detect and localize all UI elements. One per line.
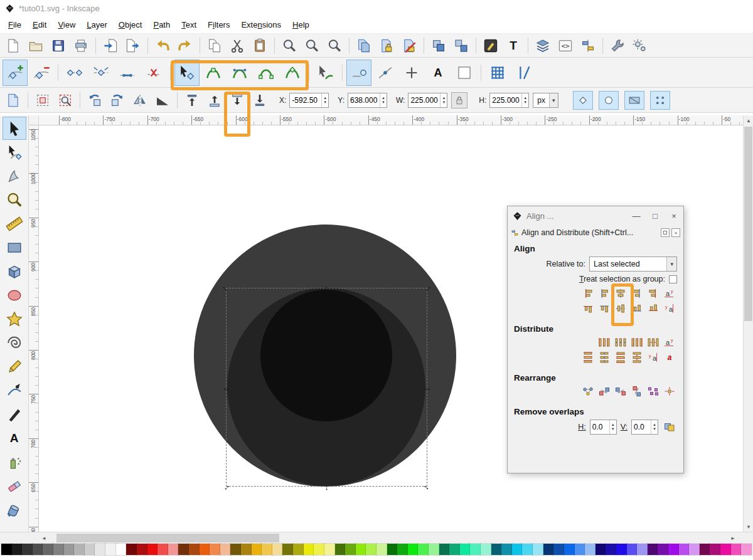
scroll-down-arrow[interactable]: ▼ — [744, 522, 753, 532]
document-properties-button[interactable] — [607, 36, 628, 56]
rotate-ccw-button[interactable] — [84, 90, 105, 110]
scale-stroke-toggle[interactable] — [573, 91, 593, 110]
scroll-up-arrow[interactable]: ▲ — [744, 115, 753, 125]
menu-extensions[interactable]: Extensions — [235, 18, 287, 32]
tool-pen[interactable] — [3, 379, 26, 402]
palette-swatch[interactable] — [1, 544, 12, 555]
node-auto-smooth-button[interactable] — [254, 60, 279, 86]
move-patterns-toggle[interactable] — [650, 91, 670, 110]
select-all-button[interactable] — [3, 90, 24, 110]
tool-tweak[interactable] — [3, 164, 26, 188]
palette-swatch[interactable] — [522, 544, 533, 555]
fill-stroke-button[interactable] — [480, 36, 501, 56]
palette-swatch[interactable] — [700, 544, 710, 555]
scroll-right-arrow[interactable]: ► — [728, 532, 738, 544]
guides-button[interactable] — [511, 60, 537, 86]
palette-swatch[interactable] — [158, 544, 168, 555]
minimize-button[interactable]: — — [632, 211, 641, 221]
palette-swatch[interactable] — [189, 544, 200, 555]
palette-swatch[interactable] — [533, 544, 543, 555]
x-spin-arrows[interactable]: ▲▼ — [321, 93, 328, 107]
menu-filters[interactable]: Filters — [202, 18, 235, 32]
flip-vertical-button[interactable] — [152, 90, 173, 110]
node-smooth-button[interactable] — [201, 60, 226, 86]
tool-rectangle[interactable] — [3, 236, 26, 259]
palette-swatch[interactable] — [12, 544, 23, 555]
distribute-equal-gaps-v-button[interactable] — [629, 351, 644, 364]
palette-swatch[interactable] — [501, 544, 512, 555]
redo-button[interactable] — [174, 36, 196, 56]
zoom-page-button[interactable] — [324, 36, 345, 56]
palette-swatch[interactable] — [397, 544, 408, 555]
palette-swatch[interactable] — [33, 544, 43, 555]
palette-swatch[interactable] — [314, 544, 324, 555]
palette-swatch[interactable] — [345, 544, 356, 555]
save-button[interactable] — [48, 36, 69, 56]
insert-node-button[interactable] — [3, 60, 28, 86]
h-input[interactable] — [490, 96, 521, 105]
palette-swatch[interactable] — [262, 544, 272, 555]
delete-segment-button[interactable] — [141, 60, 166, 86]
menu-text[interactable]: Text — [176, 18, 202, 32]
palette-swatch[interactable] — [105, 544, 116, 555]
align-distribute-button[interactable] — [577, 36, 599, 56]
palette-swatch[interactable] — [741, 544, 752, 555]
selection-box[interactable] — [226, 288, 427, 487]
raise-button[interactable] — [204, 90, 225, 110]
palette-swatch[interactable] — [304, 544, 314, 555]
lock-ratio-button[interactable] — [451, 92, 467, 108]
distribute-left-edges-button[interactable] — [597, 335, 612, 349]
menu-view[interactable]: View — [52, 18, 81, 32]
palette-swatch[interactable] — [731, 544, 742, 555]
move-gradients-toggle[interactable] — [624, 91, 644, 110]
palette-swatch[interactable] — [668, 544, 679, 555]
ungroup-button[interactable] — [451, 36, 472, 56]
unclump-button[interactable] — [662, 384, 677, 398]
y-input[interactable] — [348, 96, 380, 105]
distribute-text-v-button[interactable] — [646, 351, 661, 364]
palette-swatch[interactable] — [648, 544, 658, 555]
distribute-equal-gaps-h-button[interactable] — [646, 335, 661, 349]
palette-swatch[interactable] — [43, 544, 53, 555]
menu-object[interactable]: Object — [113, 18, 148, 32]
menu-edit[interactable]: Edit — [27, 18, 52, 32]
palette-swatch[interactable] — [241, 544, 252, 555]
tool-3dbox[interactable] — [3, 260, 26, 283]
palette-swatch[interactable] — [418, 544, 429, 555]
selection-handle[interactable]: ↔ — [424, 383, 432, 391]
palette-swatch[interactable] — [137, 544, 147, 555]
distribute-centers-v-button[interactable] — [597, 351, 612, 364]
palette-swatch[interactable] — [168, 544, 179, 555]
palette-swatch[interactable] — [272, 544, 283, 555]
palette-swatch[interactable] — [470, 544, 481, 555]
overlap-v-input[interactable] — [632, 423, 651, 431]
horizontal-scroll-thumb[interactable] — [56, 534, 279, 542]
distribute-text-h-button[interactable] — [662, 335, 677, 349]
palette-swatch[interactable] — [553, 544, 564, 555]
align-right-edges-button[interactable] — [629, 287, 644, 300]
node-cusp-button[interactable] — [174, 60, 200, 86]
overlap-h-spin-arrows[interactable]: ▲▼ — [609, 420, 616, 434]
rearrange-graph-button[interactable] — [580, 384, 595, 398]
tool-star[interactable] — [3, 307, 26, 330]
lower-button[interactable] — [227, 90, 248, 110]
export-button[interactable] — [122, 36, 144, 56]
align-text-anchor-v-button[interactable] — [662, 302, 677, 315]
rotate-arrangement-button[interactable] — [629, 384, 644, 398]
palette-swatch[interactable] — [95, 544, 105, 555]
palette-swatch[interactable] — [178, 544, 189, 555]
menu-help[interactable]: Help — [287, 18, 315, 32]
overlap-v-spin-arrows[interactable]: ▲▼ — [651, 420, 658, 434]
zoom-selection-button[interactable] — [279, 36, 300, 56]
tool-text[interactable]: A — [3, 426, 26, 450]
palette-swatch[interactable] — [637, 544, 648, 555]
palette-swatch[interactable] — [324, 544, 335, 555]
group-button[interactable] — [428, 36, 449, 56]
palette-swatch[interactable] — [85, 544, 95, 555]
vertical-scrollbar[interactable]: ▲ ▼ — [743, 115, 753, 532]
undo-button[interactable] — [152, 36, 173, 56]
palette-swatch[interactable] — [356, 544, 366, 555]
menu-layer[interactable]: Layer — [81, 18, 113, 32]
paste-button[interactable] — [249, 36, 270, 56]
exchange-selection-order-button[interactable] — [597, 384, 612, 398]
